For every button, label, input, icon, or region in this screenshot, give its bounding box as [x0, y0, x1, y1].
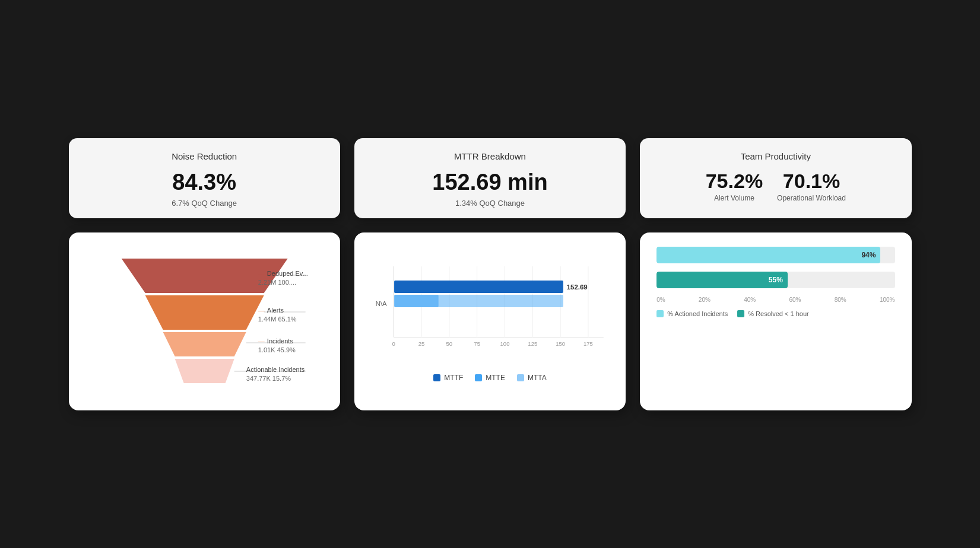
funnel-chart-card: —Deduped Ev...2.21M 100.... —Alerts1.44M… [69, 232, 340, 410]
svg-text:175: 175 [583, 340, 593, 346]
svg-marker-2 [163, 332, 246, 356]
mttr-chart-card: N\A 0 25 50 75 100 125 150 175 [354, 232, 626, 410]
svg-text:0: 0 [392, 340, 395, 346]
alert-volume-value: 75.2% [706, 170, 763, 193]
mtta-legend-dot [517, 374, 524, 381]
operational-value: 70.1% [777, 170, 846, 193]
hbar-actioned-track: 94% [656, 247, 895, 263]
mtta-legend-label: MTTA [528, 374, 547, 382]
dashboard: Noise Reduction 84.3% 6.7% QoQ Change MT… [45, 114, 935, 434]
funnel-label-1: —Deduped Ev...2.21M 100.... [258, 269, 324, 288]
svg-text:25: 25 [418, 340, 425, 346]
legend-mtte: MTTE [475, 374, 505, 382]
svg-text:100: 100 [500, 340, 509, 346]
svg-marker-1 [145, 295, 264, 330]
noise-reduction-subtitle: 6.7% QoQ Change [88, 199, 321, 208]
legend-resolved: % Resolved < 1 hour [737, 310, 808, 317]
productivity-chart-card: 94% 55% 0% 20% 40% 60% 80% 100% [640, 232, 911, 410]
legend-mtta: MTTA [517, 374, 547, 382]
actioned-legend-label: % Actioned Incidents [667, 310, 728, 317]
svg-marker-3 [175, 359, 234, 383]
mtte-legend-dot [475, 374, 482, 381]
hbar-resolved: 55% [656, 272, 895, 288]
productivity-hbar-chart: 94% 55% 0% 20% 40% 60% 80% 100% [656, 247, 895, 317]
mttr-subtitle: 1.34% QoQ Change [373, 199, 607, 208]
mttf-legend-label: MTTF [444, 374, 463, 382]
mtte-legend-label: MTTE [486, 374, 505, 382]
legend-actioned: % Actioned Incidents [656, 310, 728, 317]
hbar-resolved-track: 55% [656, 272, 895, 288]
operational-label: Operational Workload [777, 194, 846, 202]
svg-text:50: 50 [446, 340, 452, 346]
mttr-legend: MTTF MTTE MTTA [371, 374, 609, 382]
alert-volume-label: Alert Volume [706, 194, 763, 202]
legend-mttf: MTTF [433, 374, 463, 382]
funnel-label-4: Actionable Incidents347.77K 15.7% [246, 365, 324, 384]
team-productivity-title: Team Productivity [659, 151, 892, 161]
svg-text:125: 125 [528, 340, 537, 346]
svg-rect-29 [394, 281, 563, 293]
productivity-legend: % Actioned Incidents % Resolved < 1 hour [656, 310, 895, 317]
svg-text:152.69: 152.69 [566, 283, 587, 291]
svg-text:75: 75 [474, 340, 480, 346]
hbar-actioned-fill: 94% [656, 247, 880, 263]
noise-reduction-title: Noise Reduction [88, 151, 321, 161]
hbar-resolved-fill: 55% [656, 272, 788, 288]
noise-reduction-value: 84.3% [88, 170, 321, 195]
team-productivity-kpi: Team Productivity 75.2% Alert Volume 70.… [640, 138, 911, 218]
alert-volume-item: 75.2% Alert Volume [706, 170, 763, 202]
actioned-legend-dot [656, 310, 664, 317]
hbar-resolved-pct: 55% [769, 276, 783, 284]
svg-rect-28 [394, 294, 563, 307]
noise-reduction-kpi: Noise Reduction 84.3% 6.7% QoQ Change [69, 138, 340, 218]
mttr-svg: N\A 0 25 50 75 100 125 150 175 [371, 247, 609, 365]
hbar-actioned: 94% [656, 247, 895, 263]
svg-text:150: 150 [556, 340, 565, 346]
team-productivity-dual: 75.2% Alert Volume 70.1% Operational Wor… [659, 170, 892, 202]
operational-item: 70.1% Operational Workload [777, 170, 846, 202]
mttf-legend-dot [433, 374, 440, 381]
mttr-chart: N\A 0 25 50 75 100 125 150 175 [371, 247, 609, 382]
resolved-legend-dot [737, 310, 744, 317]
funnel-label-2: —Alerts1.44M 65.1% [258, 306, 324, 324]
mttr-title: MTTR Breakdown [373, 151, 607, 161]
hbar-actioned-pct: 94% [861, 251, 876, 259]
mttr-kpi: MTTR Breakdown 152.69 min 1.34% QoQ Chan… [354, 138, 626, 218]
hbar-axis: 0% 20% 40% 60% 80% 100% [656, 297, 895, 303]
funnel-label-3: —Incidents1.01K 45.9% [258, 337, 324, 355]
mttr-value: 152.69 min [373, 170, 607, 195]
resolved-legend-label: % Resolved < 1 hour [748, 310, 808, 317]
svg-text:N\A: N\A [375, 300, 386, 307]
funnel-container: —Deduped Ev...2.21M 100.... —Alerts1.44M… [85, 247, 324, 395]
